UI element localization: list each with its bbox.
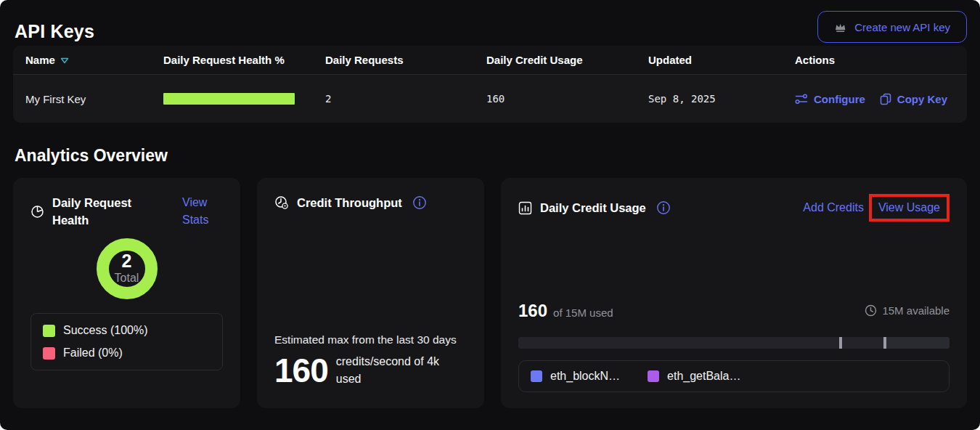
credit-throughput-card: Credit Throughput Estimated max from the… bbox=[257, 178, 484, 408]
table-row: My First Key 2 160 Sep 8, 2025 Configure bbox=[13, 75, 967, 123]
legend-item-success: Success (100%) bbox=[43, 324, 211, 337]
dashboard-page: API Keys Create new API key Name Daily R… bbox=[0, 0, 980, 430]
create-api-key-label: Create new API key bbox=[854, 21, 950, 33]
usage-progress-bar bbox=[518, 337, 950, 349]
bar-chart-icon bbox=[518, 201, 532, 215]
throughput-card-header: Credit Throughput bbox=[274, 194, 467, 211]
analytics-overview-title: Analytics Overview bbox=[15, 146, 967, 166]
key-name-cell: My First Key bbox=[25, 93, 163, 105]
usage-bar-tail-segment bbox=[883, 337, 950, 349]
usage-bar-marker-1 bbox=[839, 337, 842, 349]
health-bar-cell bbox=[163, 93, 325, 105]
usage-card-title: Daily Credit Usage bbox=[540, 199, 646, 216]
red-annotation-box: View Usage bbox=[869, 194, 950, 222]
legend-item-eth-blocknumber: eth_blockN… bbox=[531, 370, 620, 383]
updated-cell: Sep 8, 2025 bbox=[648, 93, 795, 105]
eth-blocknumber-swatch bbox=[531, 370, 542, 382]
gauge-icon bbox=[274, 195, 289, 210]
usage-of-label: of 15M used bbox=[553, 307, 613, 319]
daily-requests-cell: 2 bbox=[325, 93, 486, 105]
usage-card-links: Add Credits View Usage bbox=[803, 194, 950, 222]
daily-request-health-card: Daily Request Health View Stats 2 Total … bbox=[13, 178, 240, 408]
configure-label: Configure bbox=[814, 93, 865, 105]
legend-item-eth-getbalance: eth_getBala… bbox=[648, 370, 740, 383]
throughput-value: 160 bbox=[274, 352, 328, 389]
clock-icon bbox=[865, 304, 877, 317]
available-label: 15M available bbox=[882, 304, 950, 317]
api-keys-table: Name Daily Request Health % Daily Reques… bbox=[13, 46, 967, 123]
sort-desc-icon[interactable] bbox=[60, 57, 69, 64]
donut-total-label: Total bbox=[115, 270, 139, 286]
sliders-icon bbox=[795, 94, 808, 105]
usage-legend: eth_blockN… eth_getBala… bbox=[518, 360, 950, 392]
analytics-cards: Daily Request Health View Stats 2 Total … bbox=[13, 178, 967, 408]
page-title: API Keys bbox=[15, 21, 94, 42]
throughput-caption: Estimated max from the last 30 days bbox=[274, 333, 467, 346]
column-actions: Actions bbox=[795, 54, 967, 66]
copy-key-label: Copy Key bbox=[897, 93, 947, 105]
health-bar-fill bbox=[163, 93, 295, 105]
success-swatch bbox=[43, 325, 55, 337]
throughput-unit: credits/second of 4k used bbox=[336, 353, 445, 388]
throughput-value-row: 160 credits/second of 4k used bbox=[274, 352, 467, 392]
failed-swatch bbox=[43, 347, 55, 360]
view-usage-link[interactable]: View Usage bbox=[878, 201, 940, 214]
pie-chart-icon bbox=[30, 205, 44, 219]
eth-getbalance-label: eth_getBala… bbox=[667, 370, 740, 383]
column-name: Name bbox=[25, 54, 163, 66]
donut-total-value: 2 bbox=[122, 251, 132, 270]
add-credits-link[interactable]: Add Credits bbox=[803, 199, 864, 216]
legend-item-failed: Failed (0%) bbox=[43, 346, 211, 360]
failed-label: Failed (0%) bbox=[63, 346, 123, 360]
health-legend: Success (100%) Failed (0%) bbox=[30, 313, 223, 370]
eth-getbalance-swatch bbox=[648, 370, 659, 382]
view-stats-link[interactable]: View Stats bbox=[182, 194, 223, 229]
throughput-card-title: Credit Throughput bbox=[297, 194, 402, 211]
crown-icon bbox=[834, 22, 846, 33]
info-icon[interactable] bbox=[656, 200, 671, 215]
column-health: Daily Request Health % bbox=[163, 54, 325, 66]
info-icon[interactable] bbox=[412, 195, 427, 210]
usage-value: 160 bbox=[518, 301, 547, 321]
daily-credit-usage-card: Daily Credit Usage Add Credits View Usag… bbox=[501, 178, 967, 408]
donut-chart-wrap: 2 Total bbox=[30, 238, 223, 299]
create-api-key-button[interactable]: Create new API key bbox=[817, 11, 967, 43]
column-updated: Updated bbox=[648, 54, 795, 66]
copy-icon bbox=[880, 93, 891, 105]
usage-bar-marker-2 bbox=[883, 337, 886, 349]
donut-chart: 2 Total bbox=[97, 238, 158, 299]
eth-blocknumber-label: eth_blockN… bbox=[550, 370, 620, 383]
column-name-label: Name bbox=[25, 54, 55, 66]
column-daily-requests: Daily Requests bbox=[325, 54, 486, 66]
configure-link[interactable]: Configure bbox=[795, 93, 865, 105]
table-header-row: Name Daily Request Health % Daily Reques… bbox=[13, 46, 967, 75]
column-daily-credit-usage: Daily Credit Usage bbox=[486, 54, 648, 66]
usage-card-header: Daily Credit Usage Add Credits View Usag… bbox=[518, 194, 950, 222]
usage-stats-row: 160 of 15M used 15M available bbox=[518, 301, 950, 321]
health-card-header: Daily Request Health View Stats bbox=[30, 194, 223, 229]
actions-cell: Configure Copy Key bbox=[795, 93, 967, 105]
usage-available: 15M available bbox=[865, 304, 950, 317]
daily-credit-usage-cell: 160 bbox=[486, 93, 648, 105]
health-bar bbox=[163, 93, 295, 105]
page-header: API Keys Create new API key bbox=[13, 0, 967, 43]
health-card-title: Daily Request Health bbox=[52, 194, 145, 229]
copy-key-link[interactable]: Copy Key bbox=[880, 93, 947, 105]
success-label: Success (100%) bbox=[63, 324, 148, 337]
